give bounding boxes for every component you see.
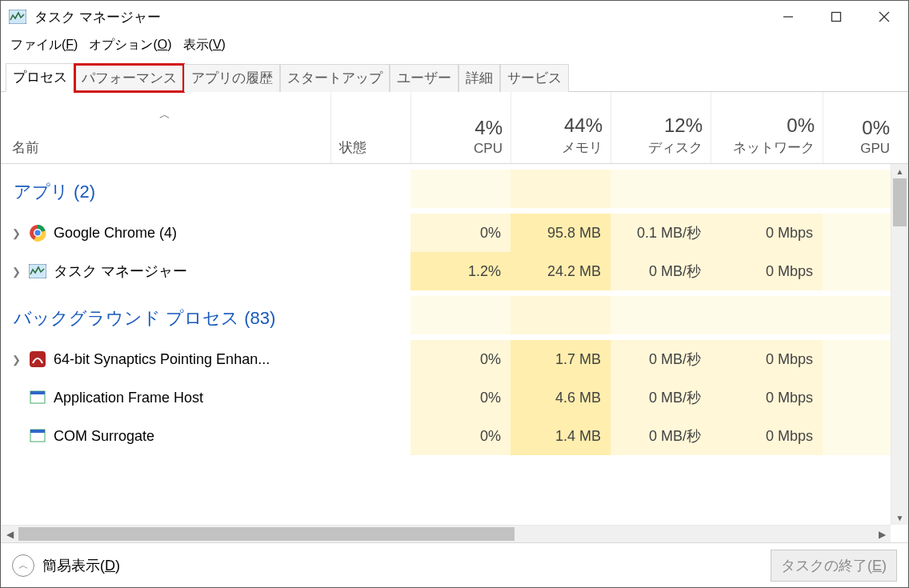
memory-value: 24.2 MB bbox=[511, 252, 611, 290]
tab-app-history[interactable]: アプリの履歴 bbox=[184, 64, 280, 92]
header-cpu[interactable]: 4% CPU bbox=[410, 92, 511, 163]
task-manager-icon bbox=[9, 8, 26, 26]
menu-file[interactable]: ファイル(F) bbox=[7, 35, 86, 55]
network-value: 0 Mbps bbox=[711, 378, 823, 417]
row-name-cell: ❯ COM Surrogate bbox=[1, 417, 330, 455]
header-network[interactable]: 0% ネットワーク bbox=[711, 92, 823, 163]
generic-program-icon bbox=[28, 388, 47, 407]
process-row[interactable]: ❯ タスク マネージャー 1.2% 24.2 MB 0 MB/秒 0 M bbox=[1, 252, 891, 290]
window-controls bbox=[764, 1, 908, 33]
tab-processes[interactable]: プロセス bbox=[6, 63, 74, 92]
sort-indicator-icon: ︿ bbox=[159, 108, 170, 122]
menu-view[interactable]: 表示(V) bbox=[180, 35, 234, 55]
scroll-up-icon[interactable]: ▲ bbox=[891, 164, 908, 178]
grid-body: アプリ (2) ❯ bbox=[1, 164, 908, 525]
menu-options[interactable]: オプション(O) bbox=[86, 35, 179, 55]
rows-container: アプリ (2) ❯ bbox=[1, 164, 891, 525]
group-background-header[interactable]: バックグラウンド プロセス (83) bbox=[1, 290, 330, 340]
maximize-button[interactable] bbox=[812, 1, 860, 33]
scrollbar-thumb[interactable] bbox=[18, 527, 515, 541]
row-name-cell: ❯ タスク マネージャー bbox=[1, 252, 330, 290]
process-name: COM Surrogate bbox=[54, 428, 154, 445]
scroll-left-icon[interactable]: ◀ bbox=[1, 526, 18, 542]
generic-program-icon bbox=[28, 426, 47, 446]
process-name: 64-bit Synaptics Pointing Enhan... bbox=[54, 351, 270, 368]
network-value: 0 Mbps bbox=[711, 252, 823, 290]
close-button[interactable] bbox=[860, 1, 908, 33]
disk-value: 0.1 MB/秒 bbox=[611, 214, 711, 252]
header-memory[interactable]: 44% メモリ bbox=[511, 92, 611, 163]
cpu-value: 0% bbox=[410, 340, 511, 378]
vertical-scrollbar[interactable]: ▲ ▼ bbox=[891, 164, 908, 525]
network-value: 0 Mbps bbox=[711, 214, 823, 252]
tab-performance[interactable]: パフォーマンス bbox=[74, 64, 184, 92]
network-value: 0 Mbps bbox=[711, 417, 823, 455]
svg-rect-2 bbox=[832, 13, 841, 22]
process-name: タスク マネージャー bbox=[54, 262, 187, 281]
header-gpu[interactable]: 0% GPU bbox=[823, 92, 898, 163]
process-row[interactable]: ❯ Google Chrome (4) bbox=[1, 214, 891, 252]
tab-users[interactable]: ユーザー bbox=[390, 64, 459, 92]
minimize-button[interactable] bbox=[764, 1, 812, 33]
cpu-value: 0% bbox=[410, 378, 511, 417]
chevron-up-icon: ︿ bbox=[12, 554, 34, 577]
expand-toggle-icon[interactable]: ❯ bbox=[10, 266, 22, 278]
network-value: 0 Mbps bbox=[711, 340, 823, 378]
tab-startup[interactable]: スタートアップ bbox=[280, 64, 390, 92]
expand-toggle-icon[interactable]: ❯ bbox=[10, 227, 22, 239]
disk-value: 0 MB/秒 bbox=[611, 252, 711, 290]
memory-value: 4.6 MB bbox=[511, 378, 611, 417]
fewer-details-button[interactable]: ︿ 簡易表示(D) bbox=[12, 554, 120, 577]
tab-services[interactable]: サービス bbox=[500, 64, 569, 92]
header-disk[interactable]: 12% ディスク bbox=[611, 92, 711, 163]
disk-value: 0 MB/秒 bbox=[611, 417, 711, 455]
cpu-value: 0% bbox=[410, 214, 511, 252]
menubar: ファイル(F) オプション(O) 表示(V) bbox=[1, 33, 908, 57]
task-manager-window: タスク マネージャー ファイル(F) オプション(O) 表示(V) bbox=[0, 0, 909, 588]
svg-rect-13 bbox=[30, 430, 45, 433]
process-row[interactable]: ❯ COM Surrogate 0% 1.4 MB 0 MB/秒 0 M bbox=[1, 417, 891, 455]
disk-value: 0 MB/秒 bbox=[611, 340, 711, 378]
scroll-right-icon[interactable]: ▶ bbox=[873, 526, 891, 542]
header-name[interactable]: ︿ 名前 bbox=[1, 92, 330, 163]
cpu-value: 1.2% bbox=[410, 252, 511, 290]
horizontal-scrollbar[interactable]: ◀ ▶ bbox=[1, 525, 891, 542]
process-grid: ︿ 名前 状態 4% CPU 44% メモリ 12% ディスク 0% ネットワー… bbox=[1, 92, 908, 542]
row-name-cell: ❯ Application Frame Host bbox=[1, 378, 330, 417]
group-apps-row: アプリ (2) bbox=[1, 164, 891, 214]
process-row[interactable]: ❯ Application Frame Host 0% 4.6 MB 0 MB/… bbox=[1, 378, 891, 417]
cpu-value: 0% bbox=[410, 417, 511, 455]
column-headers: ︿ 名前 状態 4% CPU 44% メモリ 12% ディスク 0% ネットワー… bbox=[1, 92, 908, 164]
expand-toggle-icon[interactable]: ❯ bbox=[10, 354, 22, 366]
header-status[interactable]: 状態 bbox=[330, 92, 410, 163]
group-apps-header[interactable]: アプリ (2) bbox=[1, 164, 330, 214]
task-manager-icon bbox=[28, 262, 47, 281]
row-name-cell: ❯ 64-bit Synaptics Pointing Enhan... bbox=[1, 340, 330, 378]
process-name: Application Frame Host bbox=[54, 390, 203, 406]
process-row[interactable]: ❯ 64-bit Synaptics Pointing Enhan... 0% … bbox=[1, 340, 891, 378]
scroll-down-icon[interactable]: ▼ bbox=[891, 510, 908, 525]
chrome-icon bbox=[28, 223, 47, 242]
svg-point-7 bbox=[34, 230, 40, 235]
memory-value: 95.8 MB bbox=[511, 214, 611, 252]
disk-value: 0 MB/秒 bbox=[611, 378, 711, 417]
memory-value: 1.4 MB bbox=[511, 417, 611, 455]
end-task-button[interactable]: タスクの終了(E) bbox=[771, 550, 897, 582]
scrollbar-thumb[interactable] bbox=[893, 178, 907, 226]
window-title: タスク マネージャー bbox=[34, 8, 764, 26]
process-name: Google Chrome (4) bbox=[54, 225, 177, 242]
titlebar: タスク マネージャー bbox=[1, 1, 908, 33]
footer: ︿ 簡易表示(D) タスクの終了(E) bbox=[1, 542, 908, 587]
tab-bar: プロセス パフォーマンス アプリの履歴 スタートアップ ユーザー 詳細 サービス bbox=[1, 63, 908, 92]
synaptics-icon bbox=[28, 350, 47, 369]
group-background-row: バックグラウンド プロセス (83) bbox=[1, 290, 891, 340]
svg-rect-11 bbox=[30, 391, 45, 394]
memory-value: 1.7 MB bbox=[511, 340, 611, 378]
tab-details[interactable]: 詳細 bbox=[459, 64, 500, 92]
row-name-cell: ❯ Google Chrome (4) bbox=[1, 214, 330, 252]
